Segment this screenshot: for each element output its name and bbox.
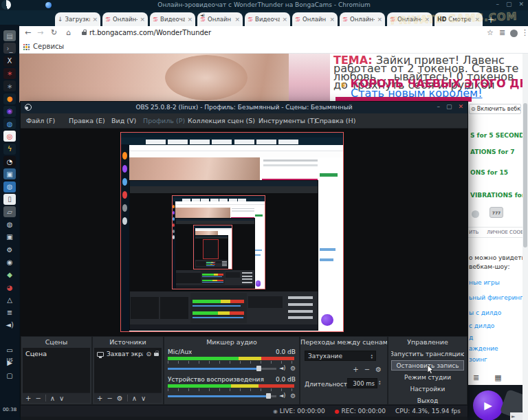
terminal-icon[interactable]: ›_ [3,43,16,54]
tip-menu-item[interactable]: S for 5 SECONDS [470,132,528,139]
tray-monitor-icon[interactable]: ▭ [3,345,16,356]
select-spinner[interactable]: ▴ ▾ [371,353,373,359]
lock-icon[interactable] [82,32,87,35]
menu-scene-collection[interactable]: Коллекция сцен (S) [188,117,255,124]
transition-gear-icon[interactable]: ⚙ [375,366,382,373]
exit-button[interactable]: Выход [391,395,464,406]
remove-scene-icon[interactable]: − [35,395,41,402]
mixer-ch2-slider[interactable]: ◄) ⚙ [168,393,297,399]
remove-transition-icon[interactable]: − [364,366,370,373]
duration-input[interactable]: 300 ms [347,378,377,388]
obs-window-edge[interactable] [21,417,468,420]
add-source-icon[interactable]: + [97,395,102,402]
purple-play-logo[interactable]: ▶ [473,390,503,420]
audio-playing-icon[interactable]: ◄) [200,12,205,17]
close-icon[interactable]: ✕ [518,1,524,8]
volume-icon[interactable]: ◄) [279,393,285,399]
x-editor-icon[interactable]: X [3,56,16,67]
obs-titlebar[interactable]: OBS 25.0.8-2 (linux) - Профиль: Безымянн… [21,102,468,113]
document-icon[interactable]: ▯ [3,194,16,205]
reload-icon[interactable]: ↻ [51,28,57,37]
red-app-icon[interactable]: ∗ [3,68,16,79]
add-transition-icon[interactable]: + [353,366,358,373]
tab-online-1[interactable]: ♋ Онлайн-э × [102,12,148,26]
tray-alarm-icon[interactable]: △ [3,294,16,305]
tray-box-icon[interactable]: ▣ [3,232,16,243]
menu-help[interactable]: Справка (H) [315,117,355,124]
apps-grid-icon[interactable] [23,44,30,50]
bookmark-services[interactable]: Сервисы [33,43,64,50]
obs-minimize-icon[interactable]: – [437,103,440,110]
minimize-icon[interactable]: – [496,1,499,8]
maximize-icon[interactable]: ▢ [506,1,512,8]
tab-close-icon[interactable]: × [282,16,287,23]
scene-up-icon[interactable]: ∧ [50,395,55,402]
opera-icon[interactable]: ◎ [3,131,16,142]
spin-down-icon[interactable]: ▾ [379,382,381,385]
scrollbar-thumb[interactable] [523,103,527,247]
category-link[interactable]: ные игры [469,279,500,286]
emoji-icon[interactable] [472,210,479,218]
firefox-icon[interactable]: ● [3,93,16,104]
menu-file[interactable]: Файл (F) [26,117,55,124]
obs-preview-capture[interactable] [120,132,344,332]
profile-avatar[interactable] [510,30,518,37]
tab-online-audio[interactable]: ♋ Онлайн ◄) × [197,12,243,26]
image-viewer-icon[interactable]: ▣ [3,168,16,179]
tab-close-icon[interactable]: × [329,16,335,23]
settings-button[interactable]: Настройки [391,384,464,394]
category-link[interactable]: д [469,334,473,341]
back-icon[interactable]: ← [25,28,31,37]
lightning-app-icon[interactable]: ϟ [3,144,16,155]
reading-list-icon[interactable]: ≣ [499,28,505,37]
category-link[interactable]: ы с дилдо [469,309,501,316]
channel-gear-icon[interactable]: ⚙ [290,393,296,399]
distro-logo-icon[interactable] [1,0,11,10]
tray-play-icon[interactable]: ◉ [3,256,16,267]
tab-online-3[interactable]: ♋ Онлайн- × [340,12,385,26]
tab-close-icon[interactable]: × [234,16,240,23]
slot-777-icon[interactable]: 777 [490,207,503,218]
file-manager-icon[interactable]: ▤ [3,30,16,41]
obs-maximize-icon[interactable]: ▢ [446,103,452,110]
source-properties-icon[interactable]: ⚙ [117,395,123,402]
category-link[interactable]: ьный фингеринг [469,294,523,301]
menu-profile[interactable]: Профиль (P) [143,117,185,124]
home-icon[interactable]: ⌂ [66,28,71,37]
purple-media-icon[interactable]: ◉ [3,106,16,117]
tab-close-icon[interactable]: × [187,16,192,23]
category-link[interactable]: аждение [469,345,498,352]
scene-item[interactable]: Сцена [25,350,47,357]
grid-view-icon[interactable]: ▦ [494,373,501,382]
visibility-eye-icon[interactable]: ⊙ [146,351,151,357]
tab-video-2[interactable]: ♋ Видеоча × [245,12,290,26]
slider-handle[interactable] [266,393,271,399]
tray-globe-icon[interactable]: ◍ [3,219,16,230]
tray-gear-icon[interactable]: ⚙ [3,244,16,255]
tab-close-icon[interactable]: × [92,16,98,23]
list-view-icon[interactable]: ≣ [473,373,479,382]
tray-list-icon[interactable]: ≣ [3,307,16,318]
forward-icon[interactable]: → [37,28,43,37]
tab-close-icon[interactable]: × [140,16,145,23]
dark-app-icon[interactable]: ∗ [3,80,16,91]
tab-close-icon[interactable]: × [377,16,382,23]
obs-app-icon[interactable]: ◔ [3,156,16,167]
menu-view[interactable]: Вид (V) [111,117,136,124]
transition-select[interactable]: Затухание ▴ ▾ [305,351,376,361]
source-item[interactable]: Захват экрана ⊙ [96,349,160,359]
category-link[interactable]: с дилдо [469,322,494,329]
folder-icon[interactable]: ▱ [3,206,16,217]
tray-obs-icon[interactable]: ◕ [3,282,16,293]
source-up-icon[interactable]: ∧ [132,395,137,402]
tray-shield-icon[interactable]: ◆ [3,269,16,280]
tray-volume-icon[interactable]: ◄) [3,320,16,331]
tray-play2-icon[interactable]: ▶ [3,357,16,368]
start-streaming-button[interactable]: Запустить трансляцию [391,349,464,359]
blue-app-icon[interactable]: ◍ [3,118,16,129]
slider-handle[interactable] [256,366,261,371]
tab-video-1[interactable]: ♋ Видеоча × [150,12,195,26]
source-down-icon[interactable]: ∨ [141,395,146,402]
remove-source-icon[interactable]: − [107,395,112,402]
tip-menu-item[interactable]: ATIONS for 7 [470,148,515,155]
